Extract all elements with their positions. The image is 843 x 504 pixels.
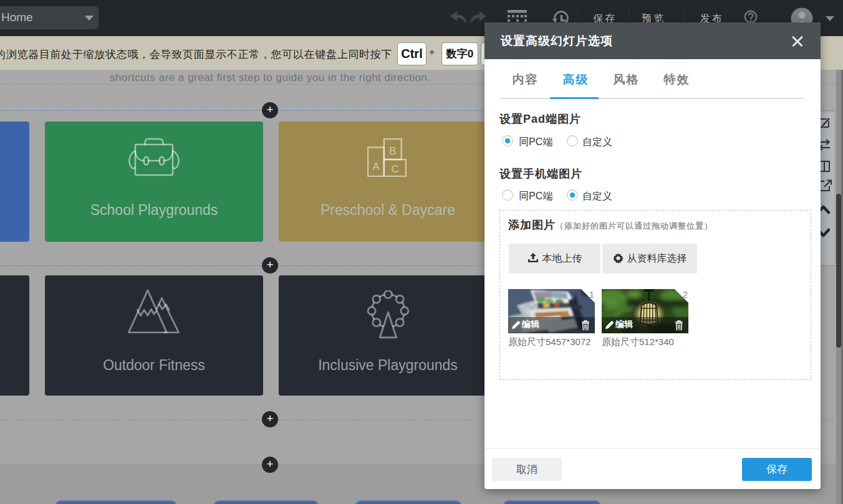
svg-text:B: B: [389, 145, 396, 156]
svg-text:C: C: [391, 163, 398, 174]
svg-text:A: A: [372, 161, 379, 172]
